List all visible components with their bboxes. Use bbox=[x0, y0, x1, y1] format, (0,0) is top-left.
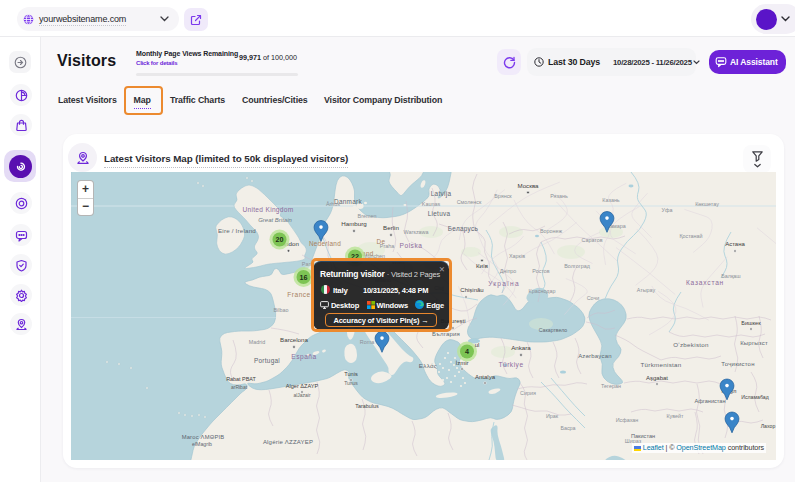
svg-text:Сочи: Сочи bbox=[587, 295, 600, 301]
svg-text:16: 16 bbox=[300, 273, 308, 282]
svg-text:Сакартвело: Сакартвело bbox=[539, 327, 568, 333]
svg-text:Москва: Москва bbox=[517, 182, 539, 189]
svg-text:Саратов: Саратов bbox=[581, 237, 602, 243]
svg-text:Казань: Казань bbox=[602, 197, 620, 203]
svg-text:United Kingdom: United Kingdom bbox=[242, 206, 293, 214]
svg-text:Great Britain: Great Britain bbox=[258, 217, 292, 223]
svg-text:Басра: Басра bbox=[560, 425, 575, 431]
svg-text:Волгоград: Волгоград bbox=[564, 263, 590, 269]
svg-text:Rabat ΡΒΑΤ: Rabat ΡΒΑΤ bbox=[226, 376, 256, 382]
svg-text:Казахстан: Казахстан bbox=[686, 279, 724, 286]
svg-text:Лахор: Лахор bbox=[761, 423, 776, 429]
svg-text:Tunus: Tunus bbox=[344, 380, 358, 386]
svg-text:Ελλάς: Ελλάς bbox=[419, 362, 437, 369]
svg-text:Київ: Київ bbox=[476, 262, 489, 269]
svg-text:Харків: Харків bbox=[509, 253, 525, 259]
svg-text:Исфахан: Исфахан bbox=[616, 417, 639, 423]
svg-text:Nederland: Nederland bbox=[309, 240, 341, 247]
svg-text:Oʻzbekiston: Oʻzbekiston bbox=[673, 341, 709, 348]
svg-text:Бишкек: Бишкек bbox=[741, 320, 761, 326]
svg-text:Смоленск: Смоленск bbox=[457, 199, 482, 205]
svg-text:Атырау: Атырау bbox=[637, 287, 656, 293]
svg-text:Roma: Roma bbox=[360, 339, 374, 345]
svg-text:Беларусь: Беларусь bbox=[448, 225, 479, 233]
svg-text:Berlin: Berlin bbox=[383, 224, 399, 231]
svg-text:España: España bbox=[291, 353, 316, 361]
svg-text:Краснодар: Краснодар bbox=[529, 288, 556, 294]
svg-text:20: 20 bbox=[276, 235, 284, 244]
svg-text:Latvija: Latvija bbox=[431, 190, 452, 198]
svg-text:Kaunas: Kaunas bbox=[422, 201, 441, 207]
svg-text:Рязань: Рязань bbox=[550, 193, 568, 199]
svg-text:Дніпро: Дніпро bbox=[500, 268, 517, 274]
svg-text:Maroc ΛΜΘΡΙΒ: Maroc ΛΜΘΡΙΒ bbox=[182, 434, 225, 440]
svg-text:Афганистан: Афганистан bbox=[694, 398, 725, 404]
svg-text:Tarabulus: Tarabulus bbox=[355, 403, 379, 409]
svg-text:Alger ΔΖΑΥΡ: Alger ΔΖΑΥΡ bbox=[286, 383, 319, 389]
svg-text:Antalya: Antalya bbox=[475, 374, 496, 380]
svg-text:Сирия: Сирия bbox=[520, 390, 536, 396]
svg-text:Көкшетау: Көкшетау bbox=[695, 201, 719, 207]
svg-text:Århus: Århus bbox=[326, 201, 340, 207]
svg-text:Praha: Praha bbox=[380, 243, 394, 249]
svg-text:Воронеж: Воронеж bbox=[540, 228, 563, 234]
svg-text:Chișinău: Chișinău bbox=[460, 287, 483, 293]
svg-text:Кыргызст: Кыргызст bbox=[740, 340, 768, 346]
svg-text:Брянск: Брянск bbox=[494, 193, 512, 199]
svg-text:Tunis: Tunis bbox=[344, 371, 358, 377]
svg-text:Ростов: Ростов bbox=[532, 268, 549, 274]
svg-text:Türkiye: Türkiye bbox=[498, 361, 523, 369]
svg-text:4: 4 bbox=[465, 347, 469, 356]
svg-text:Ирак: Ирак bbox=[546, 413, 559, 419]
svg-text:Україна: Україна bbox=[488, 280, 520, 288]
svg-text:Hamburg: Hamburg bbox=[341, 220, 367, 227]
svg-text:Bilbao: Bilbao bbox=[274, 307, 289, 313]
svg-text:Barcelona: Barcelona bbox=[280, 336, 308, 343]
svg-text:Астана: Астана bbox=[725, 241, 745, 247]
svg-text:Кувейт: Кувейт bbox=[666, 413, 684, 419]
svg-text:Қостанай: Қостанай bbox=[679, 233, 702, 239]
svg-text:Algérie ΛΖΖΑΥΕΡ: Algérie ΛΖΖΑΥΕΡ bbox=[263, 439, 313, 445]
svg-text:Исламабад: Исламабад bbox=[741, 394, 768, 400]
svg-text:Bremen: Bremen bbox=[358, 213, 377, 219]
svg-text:Portugal: Portugal bbox=[254, 357, 280, 365]
svg-text:Тегеран: Тегеран bbox=[601, 383, 621, 389]
svg-text:Azərbaycan: Azərbaycan bbox=[578, 353, 612, 359]
svg-text:Ankara: Ankara bbox=[511, 344, 531, 351]
svg-text:France: France bbox=[287, 291, 311, 298]
svg-text:Eire / Ireland: Eire / Ireland bbox=[218, 227, 256, 234]
svg-text:Warszawa: Warszawa bbox=[404, 229, 429, 235]
svg-text:Madrid: Madrid bbox=[249, 339, 265, 345]
svg-text:Балқаш: Балқаш bbox=[721, 273, 740, 279]
svg-text:Polska: Polska bbox=[400, 242, 423, 249]
svg-text:Lietuva: Lietuva bbox=[428, 210, 451, 217]
svg-text:alJazair: alJazair bbox=[293, 392, 311, 398]
svg-text:Aşgabat: Aşgabat bbox=[646, 375, 668, 381]
svg-text:Тоҷикистон: Тоҷикистон bbox=[721, 361, 754, 368]
svg-text:arRibat: arRibat bbox=[231, 384, 248, 390]
svg-text:Türkmenistan: Türkmenistan bbox=[640, 361, 681, 368]
svg-text:ul: ul bbox=[475, 342, 480, 348]
svg-text:elMagrib: elMagrib bbox=[192, 441, 212, 447]
svg-text:Уфа: Уфа bbox=[662, 207, 673, 213]
